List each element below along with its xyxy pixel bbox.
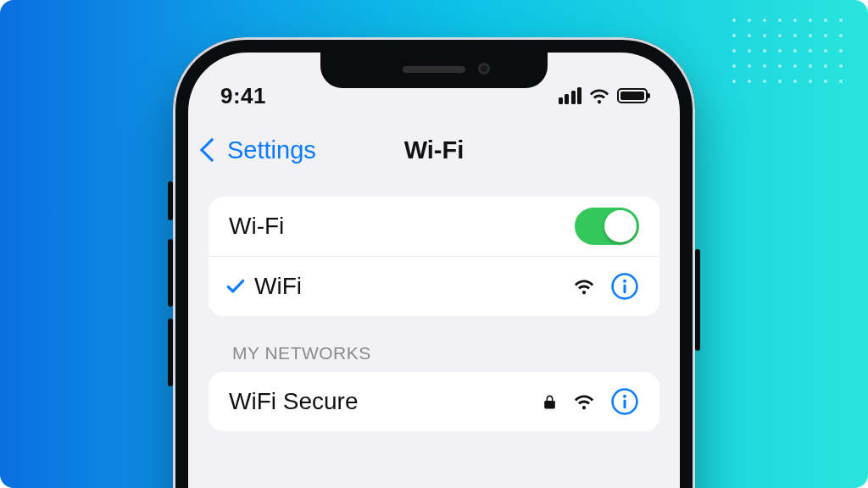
front-camera	[478, 63, 490, 75]
chevron-left-icon	[200, 138, 224, 162]
notch	[320, 53, 548, 88]
network-row[interactable]: WiFi Secure	[209, 372, 659, 431]
back-label: Settings	[227, 136, 316, 164]
svg-point-4	[623, 395, 626, 398]
back-button[interactable]: Settings	[188, 136, 316, 164]
info-icon[interactable]	[610, 387, 639, 416]
svg-point-1	[623, 280, 626, 283]
battery-icon	[617, 88, 648, 103]
svg-rect-5	[623, 399, 626, 408]
connected-network-name: WiFi	[254, 273, 573, 300]
lock-icon	[542, 394, 558, 410]
decorative-dot-grid	[732, 19, 846, 86]
volume-up-button	[168, 239, 173, 307]
svg-rect-2	[623, 284, 626, 293]
wifi-toggle[interactable]	[575, 208, 639, 245]
nav-bar: Settings Wi-Fi	[188, 124, 680, 176]
wifi-signal-icon	[573, 391, 595, 413]
wifi-toggle-group: Wi-Fi WiFi	[209, 197, 659, 316]
wifi-status-icon	[588, 85, 610, 107]
cellular-signal-icon	[559, 87, 582, 104]
status-time: 9:41	[220, 83, 266, 109]
phone-screen: 9:41 Settings Wi-Fi	[188, 53, 680, 488]
page-background: 9:41 Settings Wi-Fi	[0, 0, 868, 488]
wifi-signal-icon	[573, 275, 595, 297]
connected-network-row[interactable]: WiFi	[209, 257, 659, 316]
settings-content: Wi-Fi WiFi	[188, 197, 680, 431]
phone-frame: 9:41 Settings Wi-Fi	[173, 37, 695, 488]
mute-switch	[168, 181, 173, 220]
my-networks-group: WiFi Secure	[209, 372, 659, 431]
network-name: WiFi Secure	[229, 388, 542, 415]
info-icon[interactable]	[610, 272, 639, 301]
my-networks-header: MY NETWORKS	[232, 343, 659, 363]
checkmark-icon	[224, 275, 248, 297]
wifi-toggle-label: Wi-Fi	[229, 213, 575, 240]
volume-down-button	[168, 319, 173, 386]
wifi-toggle-row: Wi-Fi	[209, 197, 659, 257]
power-button	[695, 249, 700, 351]
speaker-grill	[403, 66, 465, 73]
